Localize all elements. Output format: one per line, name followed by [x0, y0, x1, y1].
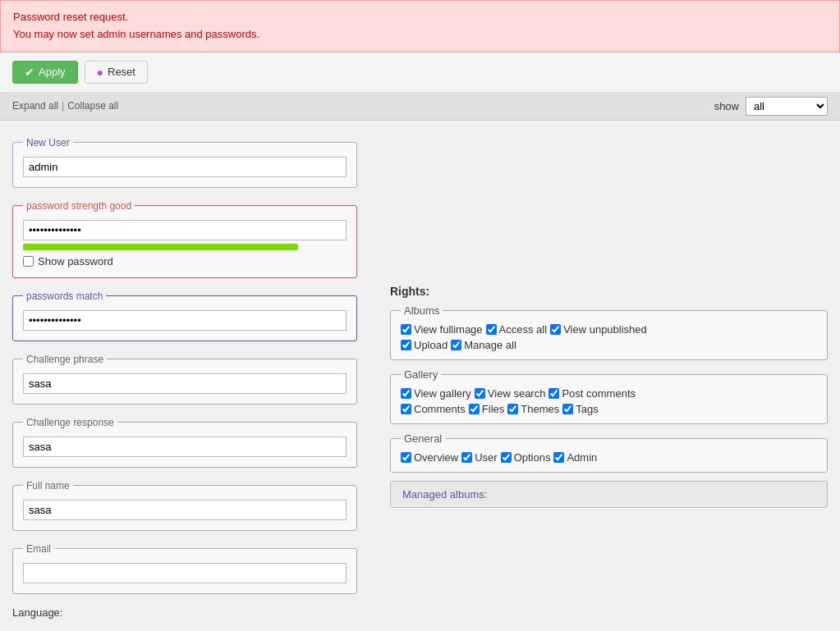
managed-albums-button[interactable]: Managed albums: — [390, 481, 828, 508]
gallery-view-search: View search — [475, 387, 546, 400]
right-panel: Rights: Albums View fullimage Access all… — [390, 137, 828, 619]
challenge-response-input[interactable] — [23, 437, 347, 457]
toolbar: ✔ Apply ● Reset — [0, 53, 840, 93]
apply-button[interactable]: ✔ Apply — [12, 61, 78, 84]
show-password-row: Show password — [23, 255, 347, 267]
gallery-row2: Comments Files Themes Tags — [401, 403, 817, 415]
albums-manage-all: Manage all — [451, 339, 516, 351]
gallery-comments-checkbox[interactable] — [401, 404, 411, 414]
general-section: General Overview User Options Admin — [390, 432, 828, 473]
general-legend: General — [401, 432, 445, 445]
expand-collapse-links: Expand all | Collapse all — [12, 100, 118, 112]
confirm-password-legend: passwords match — [23, 290, 106, 302]
expand-separator: | — [62, 100, 64, 112]
alert-line2: You may now set admin usernames and pass… — [13, 28, 259, 40]
alert-banner: Password reset request. You may now set … — [0, 0, 840, 53]
full-name-legend: Full name — [23, 480, 73, 492]
challenge-phrase-input[interactable] — [23, 373, 347, 394]
confirm-password-fieldset: passwords match — [12, 290, 357, 341]
new-user-input[interactable] — [23, 157, 347, 177]
gallery-row1: View gallery View search Post comments — [401, 387, 817, 400]
albums-view-fullimage: View fullimage — [401, 323, 483, 336]
albums-row1: View fullimage Access all View unpublish… — [401, 323, 817, 336]
show-select[interactable]: all active inactive — [746, 97, 828, 116]
password-fieldset: password strength good Show password — [12, 200, 357, 278]
gallery-tags: Tags — [562, 403, 598, 415]
language-label: Language: — [12, 606, 62, 619]
new-user-legend: New User — [23, 137, 73, 149]
general-options-checkbox[interactable] — [501, 452, 512, 463]
full-name-input[interactable] — [23, 500, 347, 520]
gallery-post-comments-checkbox[interactable] — [549, 388, 559, 399]
new-user-fieldset: New User — [12, 137, 357, 188]
expand-bar: Expand all | Collapse all show all activ… — [0, 93, 840, 121]
left-panel: New User password strength good Show pas… — [12, 137, 357, 619]
managed-albums-label: Managed albums: — [402, 488, 487, 501]
confirm-password-input[interactable] — [23, 310, 347, 331]
albums-section: Albums View fullimage Access all View un… — [390, 304, 828, 360]
albums-legend: Albums — [401, 304, 443, 317]
show-password-checkbox[interactable] — [23, 256, 34, 267]
challenge-response-fieldset: Challenge response — [12, 417, 357, 468]
albums-manage-all-checkbox[interactable] — [451, 340, 461, 350]
general-overview-checkbox[interactable] — [401, 452, 411, 463]
password-strength-bar — [23, 244, 298, 250]
gallery-view-search-checkbox[interactable] — [475, 388, 485, 399]
general-overview: Overview — [401, 451, 458, 464]
challenge-phrase-legend: Challenge phrase — [23, 354, 107, 365]
albums-row2: Upload Manage all — [401, 339, 817, 351]
password-legend: password strength good — [23, 200, 135, 212]
general-row1: Overview User Options Admin — [401, 451, 817, 464]
show-password-label[interactable]: Show password — [38, 255, 113, 267]
gallery-view-gallery: View gallery — [401, 387, 471, 400]
gallery-themes-checkbox[interactable] — [507, 404, 518, 414]
main-content: New User password strength good Show pas… — [0, 121, 840, 631]
gallery-files-checkbox[interactable] — [469, 404, 480, 414]
reset-button[interactable]: ● Reset — [85, 61, 148, 84]
general-admin-checkbox[interactable] — [553, 452, 564, 463]
password-input[interactable] — [23, 220, 347, 240]
albums-access-all: Access all — [486, 323, 548, 336]
gallery-section: Gallery View gallery View search Post co… — [390, 368, 828, 424]
show-row: show all active inactive — [714, 97, 828, 116]
alert-line1: Password reset request. — [13, 11, 128, 23]
rights-label: Rights: — [390, 285, 828, 298]
general-user: User — [461, 451, 497, 464]
albums-upload: Upload — [401, 339, 448, 351]
gallery-comments: Comments — [401, 403, 466, 415]
expand-all-link[interactable]: Expand all — [12, 100, 58, 112]
gallery-legend: Gallery — [401, 368, 441, 381]
gallery-themes: Themes — [507, 403, 559, 415]
gallery-post-comments: Post comments — [549, 387, 636, 400]
gallery-view-gallery-checkbox[interactable] — [401, 388, 411, 399]
albums-view-unpublished-checkbox[interactable] — [550, 324, 561, 335]
show-label: show — [714, 100, 739, 112]
albums-access-all-checkbox[interactable] — [486, 324, 497, 335]
email-legend: Email — [23, 543, 54, 555]
email-input[interactable] — [23, 563, 347, 583]
general-options: Options — [501, 451, 551, 464]
full-name-fieldset: Full name — [12, 480, 357, 531]
challenge-phrase-fieldset: Challenge phrase — [12, 354, 357, 405]
collapse-all-link[interactable]: Collapse all — [67, 100, 118, 112]
language-row: Language: — [12, 606, 357, 619]
general-admin: Admin — [553, 451, 597, 464]
albums-upload-checkbox[interactable] — [401, 340, 411, 350]
general-user-checkbox[interactable] — [461, 452, 472, 463]
reset-circle-icon: ● — [97, 66, 103, 79]
apply-check-icon: ✔ — [25, 66, 34, 79]
challenge-response-legend: Challenge response — [23, 417, 117, 428]
gallery-tags-checkbox[interactable] — [562, 404, 573, 414]
email-fieldset: Email — [12, 543, 357, 594]
albums-view-fullimage-checkbox[interactable] — [401, 324, 411, 335]
gallery-files: Files — [469, 403, 504, 415]
albums-view-unpublished: View unpublished — [550, 323, 647, 336]
